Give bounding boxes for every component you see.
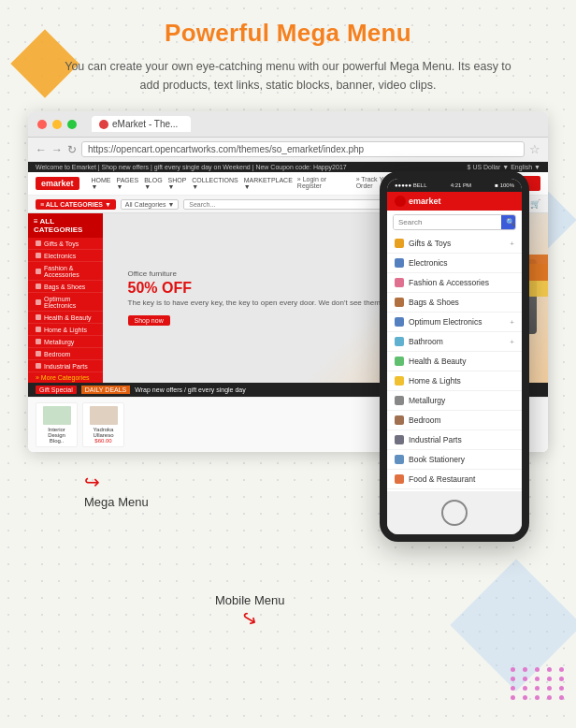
product-img-1: [43, 406, 71, 425]
phone-bottom-bar: [387, 491, 522, 534]
more-categories[interactable]: » More Categories: [28, 372, 103, 383]
bedroom-icon: [395, 415, 404, 425]
all-categories-btn[interactable]: ≡ ALL CATEGORIES ▼: [36, 199, 116, 210]
nav-pages[interactable]: PAGES ▼: [117, 177, 139, 190]
labels-area: ↪ Mega Menu Mobile Menu ↪ ●●●●● BELL 4:2…: [28, 443, 548, 648]
sidebar-item-bags[interactable]: Bags & Shoes: [28, 281, 103, 293]
browser-url-bar: ← → ↻ https://opencart.opencartworks.com…: [28, 138, 548, 162]
url-input[interactable]: https://opencart.opencartworks.com/theme…: [81, 141, 525, 157]
product-price-2: $60.00: [94, 438, 111, 444]
gifts-icon: [395, 239, 404, 248]
phone-menu-optimum[interactable]: Optimum Electronics +: [387, 313, 522, 332]
product-name-1: Interior Design: [39, 427, 74, 438]
sidebar-item-metallurgy[interactable]: Metallurgy: [28, 336, 103, 348]
dot-yellow[interactable]: [52, 120, 62, 129]
phone-time: 4:21 PM: [451, 182, 471, 188]
food-icon: [395, 474, 404, 484]
book-icon: [395, 455, 404, 464]
electronics-icon: [395, 258, 404, 268]
product-img-2: [90, 406, 118, 425]
phone-search-input[interactable]: [394, 215, 501, 229]
phone-menu-industrial[interactable]: Industrial Parts: [387, 430, 522, 450]
nav-shop[interactable]: SHOP ▼: [168, 177, 187, 190]
refresh-button[interactable]: ↻: [67, 143, 77, 156]
phone-mockup: ●●●●● BELL 4:21 PM ■ 100% emarket 🔍: [380, 171, 529, 542]
hero-shop-btn[interactable]: Shop now: [128, 315, 170, 326]
site-sidebar: ≡ ALL CATEGORIES Gifts & Toys Electronic…: [28, 213, 103, 383]
phone-search: 🔍: [393, 214, 516, 230]
browser-chrome-bar: eMarket - The...: [28, 111, 548, 138]
page-wrapper: Powerful Mega Menu You can create your o…: [0, 0, 576, 677]
phone-battery: ■ 100%: [495, 182, 514, 188]
sidebar-item-electronics[interactable]: Electronics: [28, 250, 103, 262]
phone-menu-electronics[interactable]: Electronics: [387, 254, 522, 273]
site-nav-links: HOME ▼ PAGES ▼ BLOG ▼ SHOP ▼ COLLECTIONS…: [92, 177, 293, 190]
mega-menu-label-group: ↪ Mega Menu: [84, 471, 149, 510]
gift-badge: Gift Special: [36, 386, 77, 394]
fashion-icon: [395, 278, 404, 287]
phone-menu-list: Gifts & Toys + Electronics Fashion & Acc…: [387, 234, 522, 489]
dot-green[interactable]: [67, 120, 77, 129]
phone-mockup-wrapper: ●●●●● BELL 4:21 PM ■ 100% emarket 🔍: [380, 171, 529, 542]
phone-logo: emarket: [387, 192, 522, 211]
phone-menu-health[interactable]: Health & Beauty: [387, 352, 522, 371]
sidebar-item-industrial[interactable]: Industrial Parts: [28, 360, 103, 372]
forward-button[interactable]: →: [51, 143, 63, 156]
mega-menu-arrow: ↪: [84, 471, 149, 493]
site-logo[interactable]: emarket: [36, 177, 79, 190]
phone-menu-metallurgy[interactable]: Metallurgy: [387, 391, 522, 411]
phone-menu-homelights[interactable]: Home & Lights: [387, 371, 522, 391]
mobile-menu-label-group: Mobile Menu ↪: [215, 593, 284, 630]
gift-text: Wrap new offers / gift every single day: [135, 386, 245, 393]
phone-menu-bathroom[interactable]: Bathroom +: [387, 332, 522, 352]
browser-tab-label: eMarket - The...: [112, 119, 178, 129]
product-name-1b: Blog..: [50, 438, 64, 444]
phone-signal: ●●●●● BELL: [395, 182, 426, 188]
search-category-select[interactable]: All Categories ▼: [121, 199, 179, 210]
topbar-right: $ US Dollar ▼ English ▼: [468, 164, 540, 170]
health-icon: [395, 357, 404, 366]
phone-menu-gifts[interactable]: Gifts & Toys +: [387, 234, 522, 254]
nav-blog[interactable]: BLOG ▼: [144, 177, 162, 190]
optimum-icon: [395, 317, 404, 327]
topbar-left: Welcome to Emarket | Shop new offers | g…: [36, 164, 347, 170]
browser-tab[interactable]: eMarket - The...: [92, 116, 191, 132]
phone-menu-bedroom[interactable]: Bedroom: [387, 411, 522, 430]
bags-icon: [395, 298, 404, 307]
bathroom-icon: [395, 337, 404, 346]
bookmark-icon[interactable]: ☆: [529, 142, 540, 156]
phone-notch: ●●●●● BELL 4:21 PM ■ 100%: [387, 179, 522, 192]
industrial-icon: [395, 435, 404, 444]
nav-login[interactable]: » Login or Register: [297, 176, 351, 191]
phone-menu-food[interactable]: Food & Restaurant: [387, 470, 522, 489]
phone-home-button[interactable]: [441, 500, 468, 526]
phone-menu-book[interactable]: Book Stationery: [387, 450, 522, 470]
sidebar-item-optimum[interactable]: Optimum Electronics: [28, 293, 103, 312]
nav-marketplace[interactable]: MARKETPLACE ▼: [244, 177, 293, 190]
sidebar-item-gifts[interactable]: Gifts & Toys: [28, 238, 103, 250]
sidebar-header: ≡ ALL CATEGORIES: [28, 213, 103, 238]
back-button[interactable]: ←: [36, 143, 47, 156]
home-lights-icon: [395, 376, 404, 386]
product-name-2: Yadroka Ullareso: [86, 427, 121, 438]
phone-search-button[interactable]: 🔍: [501, 215, 516, 229]
phone-menu-fashion[interactable]: Fashion & Accessories: [387, 273, 522, 293]
phone-screen: emarket 🔍 Gifts & Toys +: [387, 192, 522, 491]
sidebar-item-fashion[interactable]: Fashion & Accessories: [28, 262, 103, 281]
nav-home[interactable]: HOME ▼: [92, 177, 111, 190]
nav-collections[interactable]: COLLECTIONS ▼: [192, 177, 238, 190]
daily-deals-badge: DAILY DEALS: [81, 386, 131, 394]
product-card-1[interactable]: Interior Design Blog..: [36, 402, 78, 447]
product-card-2[interactable]: Yadroka Ullareso $60.00: [82, 402, 124, 447]
sidebar-item-bedroom[interactable]: Bedroom: [28, 348, 103, 360]
dot-red[interactable]: [37, 120, 47, 129]
phone-logo-icon: [395, 196, 406, 207]
mega-menu-label: Mega Menu: [84, 495, 149, 509]
page-subtitle: You can create your own eye-catching men…: [28, 57, 548, 95]
phone-menu-bags[interactable]: Bags & Shoes: [387, 293, 522, 313]
sidebar-item-health[interactable]: Health & Beauty: [28, 312, 103, 324]
page-title: Powerful Mega Menu: [28, 19, 548, 48]
cart-icon-small[interactable]: 🛒: [530, 199, 540, 209]
sidebar-item-home[interactable]: Home & Lights: [28, 324, 103, 336]
metallurgy-icon: [395, 396, 404, 405]
